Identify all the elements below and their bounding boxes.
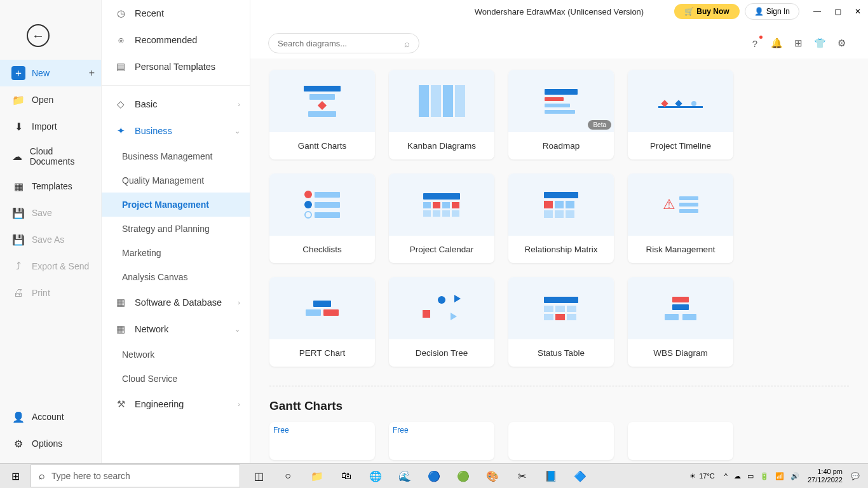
cortana-icon[interactable]: ○ — [273, 464, 302, 489]
template-card-status-table[interactable]: Status Table — [508, 277, 614, 367]
template-card-relationship-matrix[interactable]: Relationship Matrix — [508, 173, 614, 263]
start-button[interactable]: ⊞ — [0, 464, 31, 489]
close-button[interactable]: ✕ — [848, 1, 868, 22]
plus-icon: ＋ — [11, 66, 25, 80]
cat-engineering[interactable]: ⚒ Engineering › — [102, 391, 250, 417]
nav-print[interactable]: 🖨 Print — [0, 280, 101, 306]
notifications-icon[interactable]: 💬 — [848, 472, 863, 480]
store-icon[interactable]: 🛍 — [332, 464, 361, 489]
subcat-analysis-canvas[interactable]: Analysis Canvas — [102, 265, 250, 289]
onedrive-icon[interactable]: ☁ — [731, 472, 744, 480]
template-card-pert-chart[interactable]: PERT Chart — [269, 277, 375, 367]
cat-personal-templates[interactable]: ▤ Personal Templates — [102, 53, 250, 80]
badge-icon: ⍟ — [114, 34, 127, 46]
cat-label: Network — [135, 324, 168, 334]
nav-templates[interactable]: ▦ Templates — [0, 173, 101, 200]
nav-cloud-documents[interactable]: ☁ Cloud Documents — [0, 140, 101, 173]
cart-icon: 🛒 — [684, 7, 694, 16]
template-grid-area[interactable]: Gantt ChartsKanban DiagramsBetaRoadmapPr… — [250, 58, 868, 463]
cat-label: Personal Templates — [135, 62, 215, 72]
template-sample-2[interactable]: Free — [389, 422, 494, 460]
subcat-business-management[interactable]: Business Management — [102, 144, 250, 168]
snip-icon[interactable]: ✂ — [507, 464, 536, 489]
folder-icon: 📁 — [11, 93, 25, 107]
nav-options[interactable]: ⚙ Options — [0, 430, 101, 457]
add-icon[interactable]: + — [89, 67, 95, 79]
cat-business[interactable]: ✦ Business ⌄ — [102, 118, 250, 144]
template-card-kanban-diagrams[interactable]: Kanban Diagrams — [389, 70, 494, 159]
subcat-quality-management[interactable]: Quality Management — [102, 168, 250, 193]
cat-recommended[interactable]: ⍟ Recommended — [102, 27, 250, 53]
edrawmax-icon[interactable]: 🔷 — [566, 464, 595, 489]
subcat-marketing[interactable]: Marketing — [102, 241, 250, 265]
chevron-down-icon: ⌄ — [234, 127, 240, 135]
subcat-network[interactable]: Network — [102, 342, 250, 367]
word-icon[interactable]: 📘 — [536, 464, 566, 489]
back-button[interactable]: ← — [27, 24, 50, 47]
template-card-wbs-diagram[interactable]: WBS Diagram — [628, 277, 733, 367]
meet-icon[interactable]: ▭ — [744, 472, 757, 480]
cat-network[interactable]: ▦ Network ⌄ — [102, 316, 250, 342]
nav-account[interactable]: 👤 Account — [0, 403, 101, 430]
template-card-roadmap[interactable]: BetaRoadmap — [508, 70, 614, 159]
tray-chevron-icon[interactable]: ^ — [721, 472, 731, 480]
search-icon: ⌕ — [39, 470, 45, 482]
paint-icon[interactable]: 🎨 — [478, 464, 507, 489]
bell-icon[interactable]: 🔔 — [768, 34, 785, 52]
nav-export-send[interactable]: ⤴ Export & Send — [0, 253, 101, 280]
settings-icon[interactable]: ⚙ — [832, 34, 850, 52]
tag-icon: ◇ — [114, 98, 127, 111]
nav-label: New — [32, 68, 50, 78]
nav-save[interactable]: 💾 Save — [0, 200, 101, 226]
maximize-button[interactable]: ▢ — [827, 1, 848, 22]
search-icon[interactable]: ⌕ — [404, 38, 410, 49]
template-card-checklists[interactable]: Checklists — [269, 173, 375, 263]
nav-open[interactable]: 📁 Open — [0, 86, 101, 113]
template-card-project-timeline[interactable]: Project Timeline — [628, 70, 733, 159]
template-sample-4[interactable] — [628, 422, 733, 460]
nav-save-as[interactable]: 💾 Save As — [0, 226, 101, 253]
grammarly-icon[interactable]: 🟢 — [449, 464, 478, 489]
template-card-gantt-charts[interactable]: Gantt Charts — [269, 70, 375, 159]
template-card-decision-tree[interactable]: Decision Tree — [389, 277, 494, 367]
minimize-button[interactable]: — — [807, 1, 827, 22]
nav-new[interactable]: ＋ New + — [0, 60, 101, 86]
cat-recent[interactable]: ◷ Recent — [102, 0, 250, 27]
explorer-icon[interactable]: 📁 — [302, 464, 332, 489]
template-card-project-calendar[interactable]: Project Calendar — [389, 173, 494, 263]
templates-icon: ▦ — [11, 179, 25, 193]
taskbar-search[interactable]: ⌕ Type here to search — [31, 464, 240, 487]
apps-icon[interactable]: ⊞ — [789, 34, 807, 52]
buy-now-button[interactable]: 🛒 Buy Now — [674, 4, 739, 19]
nav-import[interactable]: ⬇ Import — [0, 113, 101, 140]
sign-in-button[interactable]: 👤 Sign In — [745, 3, 799, 20]
cat-label: Engineering — [135, 399, 184, 409]
template-thumbnail — [389, 173, 494, 236]
search-input[interactable] — [278, 39, 404, 48]
subcat-strategy-planning[interactable]: Strategy and Planning — [102, 217, 250, 241]
edge-icon[interactable]: 🌊 — [390, 464, 419, 489]
subcat-project-management[interactable]: Project Management — [102, 193, 250, 217]
template-sample-1[interactable]: Free — [269, 422, 375, 460]
volume-icon[interactable]: 🔊 — [787, 472, 803, 480]
template-label: Gantt Charts — [269, 132, 375, 159]
subcat-cloud-service[interactable]: Cloud Service — [102, 367, 250, 391]
weather-icon[interactable]: ☀ — [686, 472, 699, 480]
cat-software-database[interactable]: ▦ Software & Database › — [102, 289, 250, 316]
shirt-icon[interactable]: 👕 — [811, 34, 829, 52]
app-icon-1[interactable]: 🔵 — [419, 464, 449, 489]
cat-basic[interactable]: ◇ Basic › — [102, 91, 250, 118]
template-sample-3[interactable] — [508, 422, 614, 460]
task-view-icon[interactable]: ◫ — [244, 464, 273, 489]
chrome-icon[interactable]: 🌐 — [361, 464, 390, 489]
section-gantt-title: Gantt Charts — [269, 399, 849, 413]
help-icon[interactable]: ? — [746, 34, 764, 52]
taskbar-clock[interactable]: 1:40 pm 27/12/2022 — [803, 468, 848, 484]
weather-temp[interactable]: 17°C — [699, 472, 715, 480]
nav-label: Print — [32, 288, 50, 298]
chevron-right-icon: › — [238, 400, 240, 408]
search-box[interactable]: ⌕ — [268, 33, 419, 53]
template-card-risk-management[interactable]: ⚠Risk Management — [628, 173, 733, 263]
battery-icon[interactable]: 🔋 — [757, 472, 772, 480]
wifi-icon[interactable]: 📶 — [772, 472, 787, 480]
